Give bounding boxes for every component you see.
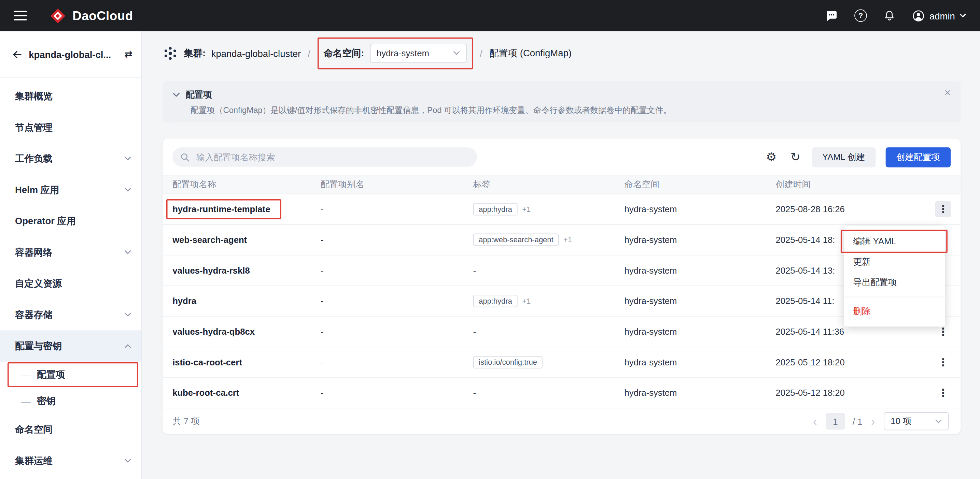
sidebar-item-custom-resources[interactable]: 自定义资源: [0, 268, 142, 299]
menu-item-update[interactable]: 更新: [844, 252, 945, 272]
sub-item-dash: —: [21, 370, 30, 380]
col-tags: 标签: [473, 179, 625, 190]
chevron-down-icon: [124, 312, 131, 317]
namespace-label: 命名空间:: [323, 47, 364, 59]
hamburger-menu-icon[interactable]: [14, 11, 27, 21]
gear-icon[interactable]: ⚙: [764, 149, 779, 165]
tag-more: +1: [522, 205, 531, 214]
alias-cell: -: [321, 265, 473, 275]
namespace-cell: hydra-system: [625, 205, 776, 214]
tag-chip: istio.io/config:true: [473, 356, 543, 368]
switch-cluster-icon[interactable]: ⇄: [125, 49, 132, 60]
refresh-icon[interactable]: ↻: [788, 149, 803, 165]
menu-item-edit-yaml[interactable]: 编辑 YAML: [844, 231, 945, 251]
configmap-name[interactable]: hydra-runtime-template: [172, 205, 270, 214]
chevron-down-icon: [453, 51, 460, 56]
tags-cell: -: [473, 327, 625, 336]
sidebar-menu: 集群概览 节点管理 工作负载 Helm 应用 Operator 应用 容器网络 …: [0, 78, 142, 479]
yaml-create-button[interactable]: YAML 创建: [812, 147, 876, 167]
sidebar: kpanda-global-cl... ⇄ 集群概览 节点管理 工作负载 Hel…: [0, 32, 142, 479]
sidebar-item-operator-apps[interactable]: Operator 应用: [0, 205, 142, 237]
next-page-icon[interactable]: ›: [870, 415, 876, 427]
table-header: 配置项名称 配置项别名 标签 命名空间 创建时间: [162, 175, 961, 194]
row-context-menu: 编辑 YAML 更新 导出配置项 删除: [844, 226, 945, 327]
sidebar-item-config-and-secrets[interactable]: 配置与密钥: [0, 330, 142, 362]
sidebar-item-container-storage[interactable]: 容器存储: [0, 299, 142, 331]
sidebar-item-secret[interactable]: — 密钥: [0, 388, 142, 414]
tag-chip: app:web-search-agent: [473, 234, 559, 246]
sidebar-item-configmap[interactable]: — 配置项: [0, 362, 142, 388]
table-toolbar: ⚙ ↻ YAML 创建 创建配置项: [162, 138, 961, 175]
alias-cell: -: [321, 388, 473, 398]
created-cell: 2025-08-28 16:26: [776, 205, 926, 214]
tags-cell: -: [473, 265, 625, 275]
menu-item-delete[interactable]: 删除: [844, 301, 945, 321]
sidebar-item-container-network[interactable]: 容器网络: [0, 237, 142, 268]
sidebar-item-helm-apps[interactable]: Helm 应用: [0, 174, 142, 206]
daocloud-brand[interactable]: DaoCloud: [49, 7, 133, 24]
col-name: 配置项名称: [172, 179, 321, 190]
row-actions-kebab-icon[interactable]: ⋮: [935, 354, 951, 371]
help-icon[interactable]: ?: [854, 9, 867, 22]
menu-divider: [844, 297, 945, 297]
breadcrumb-separator: /: [478, 48, 484, 58]
prev-page-icon[interactable]: ‹: [812, 415, 818, 427]
tag-more: +1: [522, 297, 531, 305]
namespace-cell: hydra-system: [625, 296, 776, 306]
breadcrumb-separator: /: [307, 48, 312, 58]
chevron-up-icon: [124, 344, 131, 349]
cluster-value[interactable]: kpanda-global-cluster: [212, 48, 301, 58]
table-row: kube-root-ca.crt - - hydra-system 2025-0…: [162, 377, 961, 408]
menu-item-export-configmap[interactable]: 导出配置项: [844, 272, 945, 293]
username: admin: [929, 10, 955, 21]
sidebar-item-namespace[interactable]: 命名空间: [0, 414, 142, 446]
page-title: 配置项 (ConfigMap): [489, 47, 572, 59]
alias-cell: -: [321, 205, 473, 214]
search-box[interactable]: [172, 148, 477, 167]
collapse-chevron-icon[interactable]: [172, 92, 180, 98]
daocloud-logo-icon: [49, 7, 66, 24]
configmap-name[interactable]: values-hydra-rskl8: [172, 265, 250, 275]
col-alias: 配置项别名: [321, 179, 473, 190]
alias-cell: -: [321, 296, 473, 306]
notification-bell-icon[interactable]: [883, 9, 896, 22]
page-size-select[interactable]: 10 项: [884, 412, 948, 430]
cluster-name: kpanda-global-cl...: [29, 49, 119, 60]
namespace-cell: hydra-system: [625, 265, 776, 275]
namespace-select[interactable]: hydra-system: [370, 43, 467, 63]
total-count: 共 7 项: [172, 416, 200, 427]
table-row: web-search-agent - app:web-search-agent+…: [162, 225, 961, 255]
table-row: values-hydra-qb8cx - - hydra-system 2025…: [162, 317, 961, 347]
created-cell: 2025-05-12 18:20: [776, 388, 926, 398]
sidebar-item-cluster-ops[interactable]: 集群运维: [0, 445, 142, 477]
sidebar-item-cluster-overview[interactable]: 集群概览: [0, 81, 142, 112]
table-row: istio-ca-root-cert - istio.io/config:tru…: [162, 347, 961, 378]
namespace-group: 命名空间: hydra-system: [317, 37, 473, 69]
table-row: hydra-runtime-template - app:hydra+1 hyd…: [162, 194, 961, 225]
col-namespace: 命名空间: [625, 179, 776, 190]
chevron-down-icon: [124, 156, 131, 161]
user-menu[interactable]: admin: [912, 9, 966, 22]
pagination: ‹ 1 / 1 › 10 项: [812, 412, 948, 430]
avatar-icon: [912, 9, 925, 22]
configmap-name[interactable]: values-hydra-qb8cx: [172, 327, 255, 336]
sidebar-item-workloads[interactable]: 工作负载: [0, 143, 142, 174]
back-arrow-icon[interactable]: [11, 48, 23, 60]
sidebar-item-node-management[interactable]: 节点管理: [0, 112, 142, 143]
current-page[interactable]: 1: [826, 413, 845, 430]
configmap-name[interactable]: istio-ca-root-cert: [172, 357, 242, 367]
breadcrumb: 集群: kpanda-global-cluster / 命名空间: hydra-…: [162, 38, 961, 69]
chevron-down-icon: [959, 13, 966, 18]
chat-icon[interactable]: [825, 9, 838, 22]
search-input[interactable]: [195, 151, 469, 163]
col-created: 创建时间: [776, 179, 926, 190]
alias-cell: -: [321, 235, 473, 244]
configmap-name[interactable]: web-search-agent: [172, 235, 247, 244]
configmap-name[interactable]: hydra: [172, 296, 196, 306]
row-actions-kebab-icon[interactable]: ⋮: [935, 201, 951, 217]
row-actions-kebab-icon[interactable]: ⋮: [935, 385, 951, 401]
tag-more: +1: [563, 235, 572, 244]
configmap-name[interactable]: kube-root-ca.crt: [172, 388, 239, 398]
close-icon[interactable]: ×: [945, 87, 951, 98]
create-configmap-button[interactable]: 创建配置项: [886, 147, 951, 167]
